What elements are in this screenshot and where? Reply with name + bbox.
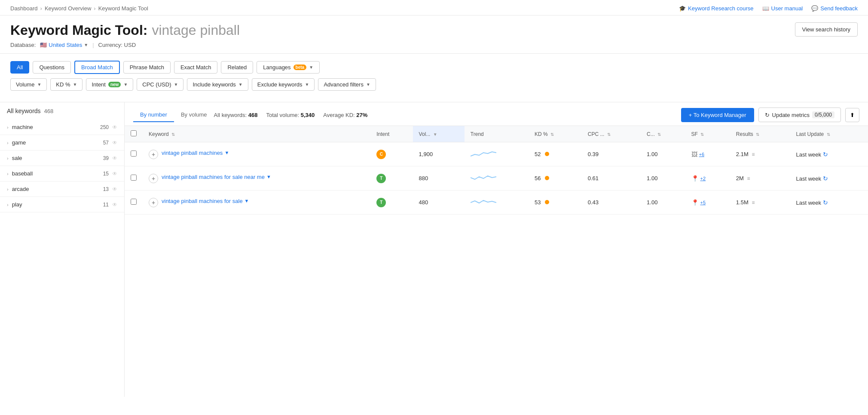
cpc-column-header[interactable]: CPC ... ⇅ — [582, 126, 641, 142]
eye-icon[interactable]: 👁 — [112, 202, 117, 208]
results-column-header[interactable]: Results ⇅ — [730, 126, 790, 142]
refresh-icon[interactable]: ↻ — [823, 151, 828, 158]
update-count-badge: 0/5,000 — [812, 111, 834, 118]
exclude-keywords-filter[interactable]: Exclude keywords ▼ — [252, 78, 315, 91]
expand-icon: › — [7, 187, 9, 192]
intent-filter[interactable]: Intent new ▼ — [86, 78, 133, 91]
tab-by-number[interactable]: By number — [133, 108, 174, 122]
last-update-column-header[interactable]: Last Update ⇅ — [790, 126, 868, 142]
intent-cell: T — [370, 191, 413, 215]
tab-by-volume[interactable]: By volume — [174, 108, 214, 122]
view-history-button[interactable]: View search history — [795, 22, 858, 37]
dropdown-arrow-icon[interactable]: ▼ — [224, 150, 229, 155]
refresh-icon[interactable]: ↻ — [823, 175, 828, 182]
advanced-filters[interactable]: Advanced filters ▼ — [318, 78, 376, 91]
sf-column-header[interactable]: SF ⇅ — [685, 126, 730, 142]
keyword-manager-button[interactable]: + To Keyword Manager — [681, 108, 754, 122]
course-icon: 🎓 — [679, 5, 686, 12]
com-column-header[interactable]: C... ⇅ — [641, 126, 685, 142]
keyword-column-header[interactable]: Keyword ⇅ — [143, 126, 370, 142]
beta-badge: beta — [293, 65, 307, 70]
sidebar-item-arcade[interactable]: › arcade 13 👁 — [0, 181, 124, 197]
expand-icon: › — [7, 171, 9, 176]
dropdown-arrow-icon[interactable]: ▼ — [245, 198, 249, 203]
volume-filter[interactable]: Volume ▼ — [10, 78, 47, 91]
last-update-cell: Last week ↻ — [790, 191, 868, 215]
refresh-icon: ↻ — [765, 112, 770, 118]
top-nav: Dashboard › Keyword Overview › Keyword M… — [0, 0, 868, 15]
keyword-cell: + vintage pinball machines for sale ▼ — [143, 191, 370, 215]
sidebar: All keywords 468 › machine 250 👁 › game … — [0, 102, 125, 397]
tab-related[interactable]: Related — [221, 61, 253, 74]
sidebar-item-baseball[interactable]: › baseball 15 👁 — [0, 166, 124, 181]
add-keyword-icon[interactable]: + — [149, 198, 158, 207]
results-cell: 2M ≡ — [730, 166, 790, 191]
chevron-down-icon: ▼ — [37, 82, 41, 87]
location-serp-icon: 📍 — [691, 199, 699, 206]
eye-icon[interactable]: 👁 — [112, 140, 117, 146]
sidebar-item-play[interactable]: › play 11 👁 — [0, 197, 124, 212]
add-keyword-icon[interactable]: + — [149, 150, 158, 159]
select-all-checkbox[interactable] — [131, 130, 137, 136]
intent-column-header[interactable]: Intent — [370, 126, 413, 142]
sidebar-item-sale[interactable]: › sale 39 👁 — [0, 151, 124, 166]
results-cell: 1.5M ≡ — [730, 191, 790, 215]
header-section: Keyword Magic Tool: vintage pinball View… — [0, 15, 868, 54]
serp-plus-count[interactable]: +6 — [699, 152, 705, 157]
table-row: + vintage pinball machines ▼ C 1 — [125, 142, 868, 166]
row-checkbox[interactable] — [131, 175, 137, 181]
keyword-link[interactable]: vintage pinball machines — [162, 150, 223, 156]
chevron-down-icon: ▼ — [174, 82, 178, 87]
breadcrumb-dashboard[interactable]: Dashboard — [10, 5, 38, 12]
row-checkbox-cell — [125, 191, 143, 215]
feedback-link[interactable]: 💬 Send feedback — [811, 5, 858, 12]
sidebar-label-game: game — [12, 139, 100, 146]
export-button[interactable]: ⬆ — [845, 108, 859, 122]
row-checkbox[interactable] — [131, 199, 137, 205]
breadcrumb-keyword-overview[interactable]: Keyword Overview — [45, 5, 91, 12]
course-link[interactable]: 🎓 Keyword Research course — [679, 5, 753, 12]
last-update-cell: Last week ↻ — [790, 142, 868, 166]
serp-plus-count[interactable]: +5 — [700, 200, 706, 205]
row-checkbox[interactable] — [131, 151, 137, 157]
kd-cell: 52 — [529, 142, 582, 166]
filter-dropdowns-row: Volume ▼ KD % ▼ Intent new ▼ CPC (USD) ▼… — [10, 78, 858, 91]
serp-plus-count[interactable]: +2 — [700, 176, 706, 181]
tab-broad-match[interactable]: Broad Match — [74, 61, 120, 74]
kd-cell: 56 — [529, 166, 582, 191]
feedback-icon: 💬 — [811, 5, 818, 12]
keywords-table: Keyword ⇅ Intent Vol... ▼ Trend KD % ⇅ C… — [125, 126, 868, 215]
manual-link[interactable]: 📖 User manual — [762, 5, 803, 12]
sidebar-count-sale: 39 — [103, 155, 109, 161]
kd-indicator — [545, 152, 549, 156]
eye-icon[interactable]: 👁 — [112, 124, 117, 130]
page-title: Keyword Magic Tool: vintage pinball — [10, 22, 240, 38]
include-keywords-filter[interactable]: Include keywords ▼ — [187, 78, 248, 91]
tab-all[interactable]: All — [10, 61, 29, 74]
dropdown-arrow-icon[interactable]: ▼ — [266, 174, 271, 179]
results-doc-icon: ≡ — [747, 175, 750, 181]
eye-icon[interactable]: 👁 — [112, 171, 117, 177]
sidebar-item-machine[interactable]: › machine 250 👁 — [0, 120, 124, 135]
update-metrics-button[interactable]: ↻ Update metrics 0/5,000 — [758, 108, 841, 122]
add-keyword-icon[interactable]: + — [149, 174, 158, 183]
kd-filter[interactable]: KD % ▼ — [50, 78, 83, 91]
cpc-filter[interactable]: CPC (USD) ▼ — [137, 78, 183, 91]
eye-icon[interactable]: 👁 — [112, 155, 117, 161]
database-selector[interactable]: 🇺🇸 United States ▼ — [40, 42, 88, 48]
volume-column-header[interactable]: Vol... ▼ — [413, 126, 465, 142]
tab-questions[interactable]: Questions — [33, 61, 71, 74]
sf-cell: 🖼 +6 — [685, 142, 730, 166]
keyword-link[interactable]: vintage pinball machines for sale near m… — [162, 174, 265, 180]
kd-column-header[interactable]: KD % ⇅ — [529, 126, 582, 142]
languages-button[interactable]: Languages beta ▼ — [257, 61, 320, 74]
keyword-link[interactable]: vintage pinball machines for sale — [162, 198, 243, 204]
refresh-icon[interactable]: ↻ — [823, 199, 828, 206]
tab-exact-match[interactable]: Exact Match — [174, 61, 218, 74]
tab-phrase-match[interactable]: Phrase Match — [123, 61, 171, 74]
sidebar-item-game[interactable]: › game 57 👁 — [0, 135, 124, 151]
trend-column-header[interactable]: Trend — [465, 126, 529, 142]
select-all-header[interactable] — [125, 126, 143, 142]
eye-icon[interactable]: 👁 — [112, 186, 117, 192]
expand-icon: › — [7, 202, 9, 207]
